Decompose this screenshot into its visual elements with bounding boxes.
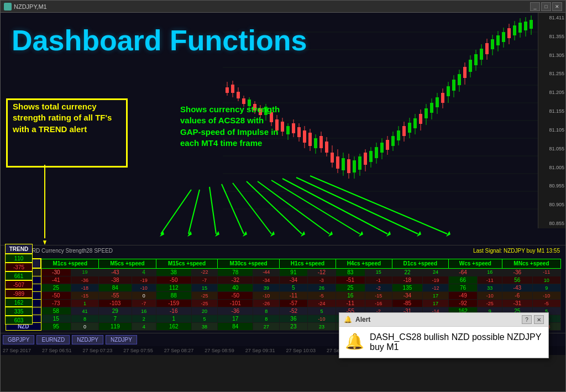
td: -52 [279,307,307,315]
price-81205: 81.205 [539,90,564,95]
td: 0 [132,292,156,300]
td: -11 [532,268,560,276]
time-label-7: 27 Sep 09:31 [245,348,275,353]
svg-marker-126 [187,231,192,237]
price-80955: 80.955 [539,183,564,189]
td: -15 [71,292,98,300]
pair-nzdjpy-2[interactable]: NZDJPY [106,335,137,344]
td: 33 [478,284,502,292]
time-label-5: 27 Sep 08:27 [164,348,194,353]
td: 84 [218,323,253,331]
svg-rect-102 [474,54,478,65]
title-bar-left: NZDJPY,M1 [4,3,47,11]
td: 26 [307,284,336,292]
td: -36 [218,307,253,315]
svg-rect-74 [397,130,400,140]
price-81105: 81.105 [539,127,564,133]
pair-gbpjpy[interactable]: GBPJPY [3,335,34,344]
td: -92 [448,300,478,307]
td: -101 [218,300,253,307]
svg-rect-90 [441,93,444,103]
svg-rect-100 [469,60,472,72]
svg-rect-84 [424,108,428,118]
td: 17 [423,292,449,300]
td: 91 [279,268,307,276]
trend-aud: 162 [5,298,33,307]
svg-rect-112 [502,32,505,42]
alert-title-bar: 🔔 Alert ? ✕ [339,313,548,327]
svg-line-123 [161,190,191,234]
svg-rect-96 [458,74,461,85]
td: -3 [307,276,336,284]
svg-marker-124 [160,231,164,237]
td: -2 [365,284,392,292]
td: -85 [392,300,422,307]
alert-close-button[interactable]: ✕ [534,315,544,324]
td: 4 [132,268,156,276]
svg-rect-94 [452,80,455,91]
td: -10 [253,292,280,300]
th-mn: MNcs +speed [502,259,560,268]
alert-title-left: 🔔 Alert [344,316,370,323]
td: -1 [365,276,392,284]
trend-usd: 110 [5,254,33,263]
td: 15 [41,315,71,323]
alert-body: 🔔 DASH_CS28 bullish NZD possible NZDJPY … [339,327,548,358]
td: 112 [156,284,191,292]
svg-rect-66 [375,147,378,158]
price-81411: 81.411 [539,15,564,20]
alert-help-button[interactable]: ? [522,315,532,324]
td: -55 [99,292,132,300]
svg-rect-98 [463,67,467,78]
td: -49 [448,292,478,300]
td: -73 [41,300,71,307]
svg-marker-144 [446,231,450,237]
td: -103 [99,300,132,307]
price-80905: 80.905 [539,202,564,207]
svg-rect-110 [496,35,500,45]
td: 84 [99,284,132,292]
svg-rect-106 [485,43,489,54]
time-label-4: 27 Sep 07:55 [123,348,153,353]
td: -25 [478,300,502,307]
td: -15 [365,292,392,300]
svg-rect-118 [518,23,522,33]
maximize-button[interactable]: □ [541,2,551,11]
table-row: CHF -50 -15 -55 0 88 -25 -50 -10 -11 -5 … [6,292,561,300]
td: -44 [253,268,280,276]
svg-rect-56 [347,159,350,173]
th-w: Wcs +speed [448,259,502,268]
td: -50 [218,292,253,300]
td: -10 [307,315,336,323]
td: 23 [307,323,336,331]
trend-gbp: 661 [5,271,33,280]
td: 8 [253,315,280,323]
svg-line-125 [188,190,200,234]
td: -19 [132,276,156,284]
svg-rect-18 [242,98,245,104]
svg-rect-116 [513,25,516,35]
td: 17 [423,300,449,307]
price-axis: 81.411 81.355 81.305 81.255 81.205 81.15… [538,13,565,228]
td: 0 [71,323,98,331]
svg-rect-68 [380,143,384,153]
minimize-button[interactable]: _ [530,2,540,11]
trend-values-column: TREND 110 -375 661 -507 -989 162 335 603 [5,244,33,325]
th-m30: M30cs +speed [218,259,280,268]
td: 8 [71,315,98,323]
td: 1 [156,315,191,323]
td: 1 [71,300,98,307]
svg-rect-50 [331,153,334,163]
td: -18 [71,284,98,292]
pair-nzdjpy-1[interactable]: NZDJPY [72,335,103,344]
td: -24 [307,300,336,307]
close-button[interactable]: ✕ [552,2,562,11]
price-81355: 81.355 [539,34,564,39]
td: -22 [191,268,218,276]
td: 119 [99,323,132,331]
pair-eurnzd[interactable]: EURNZD [36,335,70,344]
svg-rect-122 [530,20,533,29]
time-label-6: 27 Sep 08:59 [205,348,234,353]
svg-line-127 [209,187,216,234]
td: -12 [307,268,336,276]
